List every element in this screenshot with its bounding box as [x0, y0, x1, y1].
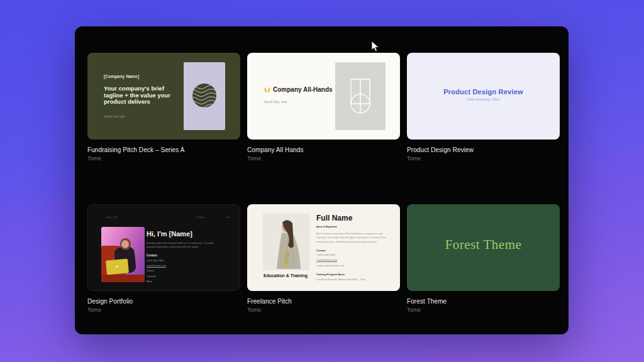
contact-item: LinkedIn	[147, 275, 166, 278]
all-hands-heading-text: Company All-Hands	[273, 86, 333, 93]
contact-list: (123) 456-7890 hello@email.com www.websi…	[316, 253, 344, 269]
card-author: Tome	[407, 307, 560, 313]
contact-item-email: hello@email.com	[316, 258, 344, 261]
photo-caption: Education & Training	[264, 273, 308, 278]
raised-hands-icon	[264, 86, 271, 93]
person-illustration	[263, 214, 309, 270]
geometric-arch-logo-icon	[350, 79, 371, 114]
card-author: Tome	[87, 307, 240, 313]
freelancer-name-heading: Full Name	[316, 214, 352, 222]
portfolio-photo	[101, 227, 145, 282]
contact-list: (123) 456-7890 hello@email.com Twitter L…	[147, 259, 166, 285]
laptop-logo-dot	[116, 265, 118, 268]
nav-right-text: Info	[226, 216, 230, 219]
card-title: Design Portfolio	[87, 298, 240, 305]
card-author: Tome	[87, 155, 240, 162]
contact-item: (123) 456-7890	[316, 253, 344, 256]
date-placeholder: Month Day, Year	[264, 100, 287, 104]
card-author: Tome	[247, 307, 400, 313]
contact-item: www.websitename.com	[316, 264, 344, 267]
contact-label: Contact	[316, 249, 326, 252]
template-card-group: [Company Name] Your company's brief tagl…	[87, 53, 240, 162]
contact-item: Twitter	[147, 269, 166, 272]
logo-panel	[184, 62, 225, 130]
person-shape	[121, 240, 129, 248]
template-card-freelance-pitch[interactable]: Education & Training Full Name Area of E…	[247, 204, 400, 291]
template-card-forest-theme[interactable]: Forest Theme	[407, 204, 560, 291]
desktop-background: { "desktop": { "bg_top": "#4f4de9", "bg_…	[0, 0, 644, 362]
template-gallery-window: [Company Name] Your company's brief tagl…	[75, 26, 569, 334]
template-card-group: Education & Training Full Name Area of E…	[247, 204, 400, 313]
card-title: Company All Hands	[247, 146, 400, 153]
template-card-group: Forest Theme Forest Theme Tome	[407, 204, 560, 313]
training-label: Training Program Name	[316, 273, 345, 276]
card-title: Freelance Pitch	[247, 298, 400, 305]
portfolio-heading: Hi, I'm [Name]	[147, 230, 192, 238]
logo-panel	[335, 62, 386, 130]
freelancer-intro: A 2-3 sentence overview of the freelance…	[316, 232, 389, 244]
template-card-design-portfolio[interactable]: Name, Title Portfolio Info Hi, I'm [Name…	[87, 204, 240, 291]
all-hands-heading: Company All-Hands	[264, 86, 333, 93]
card-title: Forest Theme	[407, 298, 560, 305]
training-detail: Certificate Earned • Associated Skills –…	[316, 278, 365, 281]
card-author: Tome	[247, 155, 400, 162]
portfolio-navbar: Name, Title Portfolio Info	[106, 216, 230, 219]
template-card-group: Company All-Hands Month Day, Year Compan…	[247, 53, 400, 162]
card-title: Fundraising Pitch Deck – Series A	[87, 146, 240, 153]
mouse-cursor-icon	[370, 40, 380, 53]
nav-right-text: Portfolio	[196, 216, 204, 219]
wavy-circle-logo-icon	[192, 83, 217, 108]
laptop-shape	[106, 259, 129, 275]
nav-left-text: Name, Title	[106, 216, 118, 219]
contact-item-email: hello@email.com	[147, 264, 166, 267]
template-card-group: Name, Title Portfolio Info Hi, I'm [Name…	[87, 204, 240, 313]
visual-note-text: Visual: Your logo	[104, 115, 125, 118]
review-subtitle: (Team introducing + Date)	[467, 98, 500, 101]
card-author: Tome	[407, 155, 560, 162]
template-card-fundraising[interactable]: [Company Name] Your company's brief tagl…	[87, 53, 240, 140]
portfolio-intro: Introduce yourself and your skills in 2-…	[147, 241, 222, 249]
review-heading: Product Design Review	[443, 88, 523, 96]
card-title: Product Design Review	[407, 146, 560, 153]
expertise-subheading: Area of Expertise	[316, 225, 337, 228]
contact-item: Blog	[147, 280, 166, 283]
contact-label: Contact	[147, 254, 157, 257]
forest-theme-heading: Forest Theme	[445, 237, 522, 253]
tagline-text: Your company's brief tagline + the value…	[104, 85, 175, 106]
chair-shape	[101, 275, 145, 282]
template-card-all-hands[interactable]: Company All-Hands Month Day, Year	[247, 53, 400, 140]
template-card-group: Product Design Review (Team introducing …	[407, 53, 560, 162]
contact-item: (123) 456-7890	[147, 259, 166, 262]
template-card-product-design-review[interactable]: Product Design Review (Team introducing …	[407, 53, 560, 140]
freelancer-photo	[263, 214, 309, 270]
company-name-placeholder: [Company Name]	[104, 74, 139, 79]
